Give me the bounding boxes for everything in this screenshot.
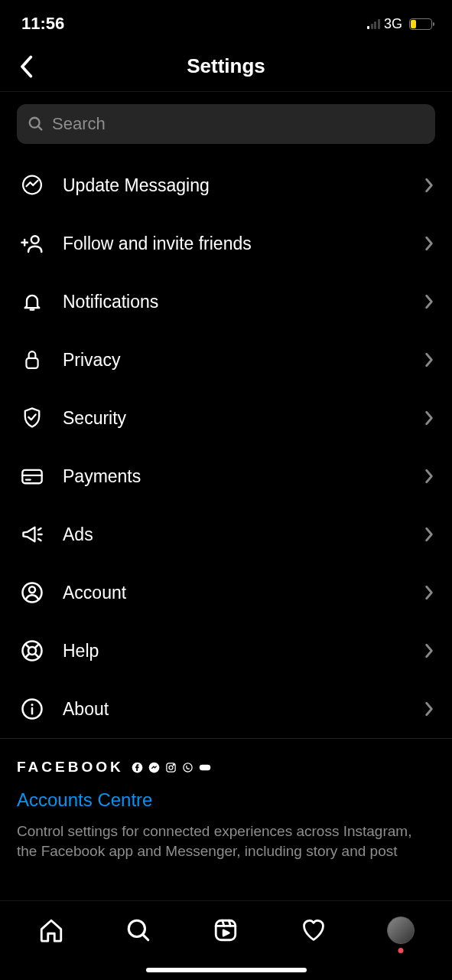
nav-home[interactable] bbox=[33, 912, 70, 949]
menu-item-ads[interactable]: Ads bbox=[0, 505, 452, 564]
chevron-right-icon bbox=[424, 178, 434, 193]
svg-line-1 bbox=[38, 126, 42, 130]
shield-icon bbox=[20, 406, 44, 430]
settings-menu: Update Messaging Follow and invite frien… bbox=[0, 156, 452, 738]
accounts-centre-link[interactable]: Accounts Centre bbox=[17, 789, 435, 811]
search-nav-icon bbox=[125, 917, 151, 943]
search-input[interactable] bbox=[17, 104, 435, 144]
add-person-icon bbox=[20, 231, 44, 256]
chevron-right-icon bbox=[424, 643, 434, 658]
megaphone-icon bbox=[20, 522, 44, 547]
svg-rect-31 bbox=[199, 764, 210, 769]
search-icon bbox=[28, 116, 44, 132]
svg-line-13 bbox=[38, 539, 41, 541]
menu-label: Account bbox=[63, 583, 406, 603]
nav-search[interactable] bbox=[120, 912, 157, 949]
svg-point-24 bbox=[31, 704, 34, 706]
status-indicators: 3G bbox=[367, 16, 432, 32]
page-title: Settings bbox=[187, 54, 265, 78]
lifebuoy-icon bbox=[20, 639, 44, 663]
menu-label: Security bbox=[63, 408, 406, 429]
menu-label: Update Messaging bbox=[63, 175, 406, 196]
chevron-right-icon bbox=[424, 236, 434, 251]
menu-label: Notifications bbox=[63, 292, 406, 312]
menu-label: Privacy bbox=[63, 350, 406, 371]
chevron-right-icon bbox=[424, 410, 434, 426]
facebook-icon bbox=[132, 761, 144, 773]
svg-point-3 bbox=[31, 236, 39, 243]
chevron-left-icon bbox=[18, 55, 34, 78]
svg-line-11 bbox=[38, 528, 41, 530]
footer-description: Control settings for connected experienc… bbox=[17, 822, 435, 861]
oculus-small-icon bbox=[199, 761, 211, 773]
svg-rect-8 bbox=[22, 470, 41, 483]
svg-point-29 bbox=[174, 764, 174, 765]
page-header: Settings bbox=[0, 41, 452, 92]
svg-point-17 bbox=[28, 647, 36, 655]
chevron-right-icon bbox=[424, 294, 434, 309]
home-indicator bbox=[146, 968, 307, 972]
nav-activity[interactable] bbox=[295, 912, 332, 949]
menu-item-security[interactable]: Security bbox=[0, 389, 452, 447]
brand-word: FACEBOOK bbox=[17, 759, 124, 776]
lock-icon bbox=[20, 348, 44, 372]
brand-line: FACEBOOK bbox=[17, 759, 435, 776]
search-field[interactable] bbox=[52, 114, 424, 134]
svg-line-33 bbox=[143, 935, 148, 940]
instagram-small-icon bbox=[165, 761, 177, 773]
battery-icon bbox=[409, 18, 432, 30]
network-type: 3G bbox=[384, 16, 402, 32]
svg-line-21 bbox=[25, 654, 30, 658]
heart-icon bbox=[300, 917, 327, 943]
svg-line-18 bbox=[25, 644, 30, 648]
menu-item-privacy[interactable]: Privacy bbox=[0, 331, 452, 389]
clock: 11:56 bbox=[21, 14, 64, 34]
chevron-right-icon bbox=[424, 527, 434, 542]
menu-label: Ads bbox=[63, 524, 406, 545]
svg-point-30 bbox=[184, 763, 192, 771]
menu-item-help[interactable]: Help bbox=[0, 622, 452, 680]
notification-dot bbox=[398, 948, 403, 953]
content: Update Messaging Follow and invite frien… bbox=[0, 92, 452, 868]
menu-item-follow-invite[interactable]: Follow and invite friends bbox=[0, 214, 452, 273]
cellular-signal-icon bbox=[367, 18, 380, 29]
messenger-small-icon bbox=[148, 761, 161, 773]
menu-label: Help bbox=[63, 641, 406, 662]
footer-section: FACEBOOK Accounts Centre Control setting… bbox=[0, 738, 452, 868]
person-circle-icon bbox=[20, 580, 44, 605]
chevron-right-icon bbox=[424, 469, 434, 484]
card-icon bbox=[20, 464, 44, 488]
whatsapp-small-icon bbox=[182, 761, 194, 773]
menu-item-notifications[interactable]: Notifications bbox=[0, 273, 452, 331]
menu-item-account[interactable]: Account bbox=[0, 564, 452, 622]
chevron-right-icon bbox=[424, 585, 434, 600]
nav-profile[interactable] bbox=[382, 912, 419, 949]
menu-label: About bbox=[63, 699, 406, 720]
svg-marker-38 bbox=[224, 930, 229, 936]
svg-line-20 bbox=[35, 644, 40, 648]
reels-icon bbox=[213, 917, 239, 943]
nav-reels[interactable] bbox=[207, 912, 244, 949]
menu-label: Follow and invite friends bbox=[63, 234, 406, 254]
messenger-icon bbox=[20, 173, 44, 198]
home-icon bbox=[38, 917, 64, 943]
chevron-right-icon bbox=[424, 701, 434, 717]
chevron-right-icon bbox=[424, 352, 434, 368]
brand-icons bbox=[132, 761, 211, 773]
menu-item-about[interactable]: About bbox=[0, 680, 452, 738]
info-icon bbox=[20, 697, 44, 721]
bell-icon bbox=[20, 289, 44, 314]
svg-point-28 bbox=[169, 766, 173, 769]
menu-label: Payments bbox=[63, 466, 406, 487]
svg-line-19 bbox=[35, 654, 40, 658]
menu-item-payments[interactable]: Payments bbox=[0, 447, 452, 505]
menu-item-update-messaging[interactable]: Update Messaging bbox=[0, 156, 452, 214]
profile-avatar-icon bbox=[387, 916, 415, 944]
status-bar: 11:56 3G bbox=[0, 0, 452, 41]
svg-point-15 bbox=[29, 586, 35, 593]
back-button[interactable] bbox=[11, 51, 41, 82]
svg-rect-7 bbox=[26, 358, 37, 368]
